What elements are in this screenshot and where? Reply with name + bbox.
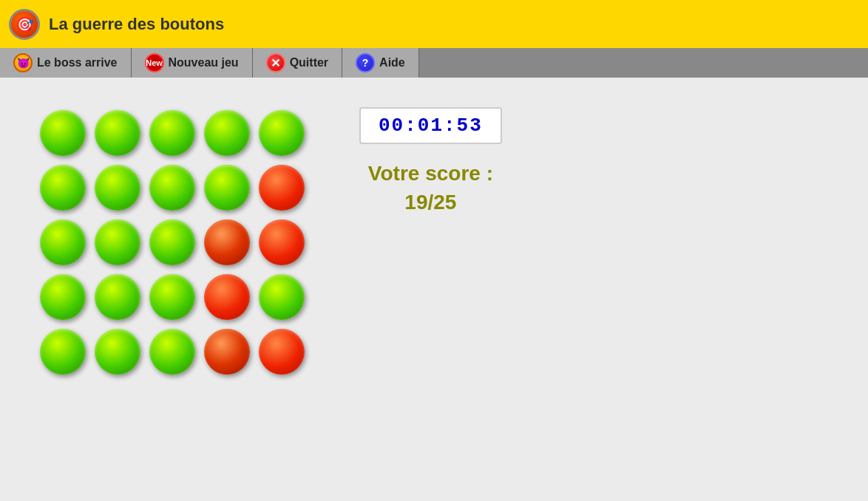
grid-cell-2-4[interactable] — [256, 217, 308, 268]
grid-cell-0-3[interactable] — [201, 107, 253, 159]
grid-cell-2-0[interactable] — [37, 217, 89, 268]
button-0-3[interactable] — [204, 110, 250, 156]
grid-cell-1-3[interactable] — [201, 162, 253, 214]
button-3-4[interactable] — [259, 274, 305, 320]
grid-cell-3-0[interactable] — [37, 271, 89, 323]
grid-cell-3-2[interactable] — [146, 271, 198, 323]
button-2-3[interactable] — [204, 219, 250, 265]
grid-cell-4-1[interactable] — [92, 326, 143, 378]
score-area: 00:01:53 Votre score : 19/25 — [345, 92, 517, 486]
grid-cell-3-3[interactable] — [201, 271, 253, 323]
button-2-4[interactable] — [259, 219, 305, 265]
new-badge-icon: New — [145, 53, 164, 72]
nav-help[interactable]: ? Aide — [342, 48, 419, 78]
grid-cell-3-1[interactable] — [92, 271, 143, 323]
score-display: Votre score : 19/25 — [368, 159, 493, 217]
button-1-0[interactable] — [40, 165, 86, 211]
button-3-3[interactable] — [204, 274, 250, 320]
grid-row-1 — [37, 162, 308, 214]
button-3-1[interactable] — [95, 274, 140, 320]
button-1-3[interactable] — [204, 165, 250, 211]
title-text: La guerre des boutons — [49, 15, 224, 34]
help-icon: ? — [356, 53, 375, 72]
button-1-2[interactable] — [149, 165, 195, 211]
button-0-4[interactable] — [259, 110, 305, 156]
score-value: 19/25 — [368, 188, 493, 217]
grid-cell-0-4[interactable] — [256, 107, 308, 159]
button-0-2[interactable] — [149, 110, 195, 156]
nav-new-game[interactable]: New Nouveau jeu — [132, 48, 253, 78]
help-label: Aide — [379, 56, 405, 69]
button-4-2[interactable] — [149, 329, 195, 375]
timer-display: 00:01:53 — [359, 107, 502, 144]
button-4-3[interactable] — [204, 329, 250, 375]
button-2-1[interactable] — [95, 219, 140, 265]
grid-cell-3-4[interactable] — [256, 271, 308, 323]
button-1-1[interactable] — [95, 165, 140, 211]
button-2-2[interactable] — [149, 219, 195, 265]
quit-label: Quitter — [290, 56, 328, 69]
boss-icon: 😈 — [13, 53, 33, 72]
button-grid — [22, 92, 322, 486]
nav-quit[interactable]: ✕ Quitter — [253, 48, 342, 78]
grid-cell-2-1[interactable] — [92, 217, 143, 268]
button-4-1[interactable] — [95, 329, 140, 375]
button-0-0[interactable] — [40, 110, 86, 156]
button-0-1[interactable] — [95, 110, 140, 156]
grid-cell-4-4[interactable] — [256, 326, 308, 378]
grid-cell-4-2[interactable] — [146, 326, 198, 378]
title-icon: 🎯 — [9, 9, 40, 40]
grid-row-2 — [37, 217, 308, 268]
grid-cell-2-2[interactable] — [146, 217, 198, 268]
grid-cell-2-3[interactable] — [201, 217, 253, 268]
grid-cell-4-3[interactable] — [201, 326, 253, 378]
main-content: 00:01:53 Votre score : 19/25 — [0, 78, 868, 501]
button-1-4[interactable] — [259, 165, 305, 211]
button-3-0[interactable] — [40, 274, 86, 320]
grid-cell-1-4[interactable] — [256, 162, 308, 214]
nav-bar: 😈 Le boss arrive New Nouveau jeu ✕ Quitt… — [0, 48, 868, 78]
button-4-0[interactable] — [40, 329, 86, 375]
grid-row-0 — [37, 107, 308, 159]
title-bar: 🎯 La guerre des boutons — [0, 0, 868, 48]
button-2-0[interactable] — [40, 219, 86, 265]
score-label: Votre score : — [368, 159, 493, 188]
grid-row-3 — [37, 271, 308, 323]
grid-cell-1-0[interactable] — [37, 162, 89, 214]
grid-cell-1-1[interactable] — [92, 162, 143, 214]
button-4-4[interactable] — [259, 329, 305, 375]
grid-cell-1-2[interactable] — [146, 162, 198, 214]
grid-cell-0-2[interactable] — [146, 107, 198, 159]
grid-row-4 — [37, 326, 308, 378]
button-3-2[interactable] — [149, 274, 195, 320]
grid-cell-0-0[interactable] — [37, 107, 89, 159]
grid-cell-0-1[interactable] — [92, 107, 143, 159]
grid-cell-4-0[interactable] — [37, 326, 89, 378]
quit-icon: ✕ — [266, 53, 285, 72]
nav-boss[interactable]: 😈 Le boss arrive — [0, 48, 132, 78]
boss-label: Le boss arrive — [37, 56, 118, 69]
new-game-label: Nouveau jeu — [169, 56, 239, 69]
